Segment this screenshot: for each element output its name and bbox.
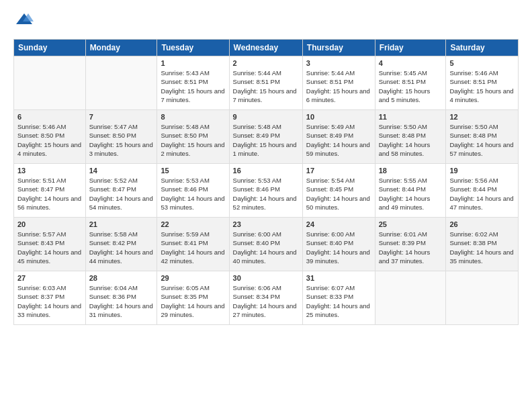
day-info: Sunrise: 5:48 AM Sunset: 8:50 PM Dayligh… <box>161 122 225 158</box>
day-number: 24 <box>306 220 371 228</box>
calendar-week-row: 20Sunrise: 5:57 AM Sunset: 8:43 PM Dayli… <box>14 218 519 271</box>
day-info: Sunrise: 5:53 AM Sunset: 8:46 PM Dayligh… <box>161 176 225 212</box>
calendar-cell: 12Sunrise: 5:50 AM Sunset: 8:48 PM Dayli… <box>446 110 519 164</box>
day-info: Sunrise: 5:54 AM Sunset: 8:45 PM Dayligh… <box>306 176 371 212</box>
day-number: 13 <box>17 167 82 175</box>
day-number: 28 <box>89 274 154 282</box>
calendar-cell: 19Sunrise: 5:56 AM Sunset: 8:44 PM Dayli… <box>446 164 519 218</box>
calendar-cell <box>375 271 446 325</box>
day-info: Sunrise: 5:56 AM Sunset: 8:44 PM Dayligh… <box>449 176 515 212</box>
day-info: Sunrise: 6:06 AM Sunset: 8:34 PM Dayligh… <box>233 283 299 319</box>
day-number: 22 <box>161 220 225 228</box>
day-info: Sunrise: 6:05 AM Sunset: 8:35 PM Dayligh… <box>161 283 225 319</box>
day-number: 8 <box>161 113 225 121</box>
day-number: 16 <box>233 167 299 175</box>
day-info: Sunrise: 5:46 AM Sunset: 8:50 PM Dayligh… <box>17 122 82 158</box>
day-info: Sunrise: 5:57 AM Sunset: 8:43 PM Dayligh… <box>17 230 82 265</box>
day-number: 27 <box>17 274 82 282</box>
calendar-cell: 15Sunrise: 5:53 AM Sunset: 8:46 PM Dayli… <box>157 164 229 218</box>
day-info: Sunrise: 5:45 AM Sunset: 8:51 PM Dayligh… <box>379 68 443 104</box>
day-number: 3 <box>306 59 371 67</box>
day-info: Sunrise: 5:44 AM Sunset: 8:51 PM Dayligh… <box>306 68 371 104</box>
day-number: 31 <box>306 274 371 282</box>
day-info: Sunrise: 5:49 AM Sunset: 8:49 PM Dayligh… <box>306 122 371 158</box>
calendar-header-tuesday: Tuesday <box>157 40 229 56</box>
day-info: Sunrise: 6:07 AM Sunset: 8:33 PM Dayligh… <box>306 283 371 319</box>
day-number: 7 <box>89 113 154 121</box>
day-info: Sunrise: 5:50 AM Sunset: 8:48 PM Dayligh… <box>449 122 515 158</box>
calendar-cell: 16Sunrise: 5:53 AM Sunset: 8:46 PM Dayli… <box>229 164 302 218</box>
day-number: 10 <box>306 113 371 121</box>
day-info: Sunrise: 5:53 AM Sunset: 8:46 PM Dayligh… <box>233 176 299 212</box>
day-number: 20 <box>17 220 82 228</box>
day-info: Sunrise: 5:50 AM Sunset: 8:48 PM Dayligh… <box>379 122 443 158</box>
day-number: 25 <box>379 220 443 228</box>
calendar-week-row: 1Sunrise: 5:43 AM Sunset: 8:51 PM Daylig… <box>14 56 519 110</box>
calendar-cell: 2Sunrise: 5:44 AM Sunset: 8:51 PM Daylig… <box>229 56 302 110</box>
day-number: 30 <box>233 274 299 282</box>
calendar-header-sunday: Sunday <box>14 40 86 56</box>
day-number: 4 <box>379 59 443 67</box>
calendar-cell: 30Sunrise: 6:06 AM Sunset: 8:34 PM Dayli… <box>229 271 302 325</box>
calendar-cell: 1Sunrise: 5:43 AM Sunset: 8:51 PM Daylig… <box>157 56 229 110</box>
day-number: 21 <box>89 220 154 228</box>
day-number: 5 <box>449 59 515 67</box>
calendar-cell: 4Sunrise: 5:45 AM Sunset: 8:51 PM Daylig… <box>375 56 446 110</box>
day-number: 29 <box>161 274 225 282</box>
day-info: Sunrise: 6:01 AM Sunset: 8:39 PM Dayligh… <box>379 230 443 265</box>
logo-icon <box>13 11 35 32</box>
day-number: 23 <box>233 220 299 228</box>
day-info: Sunrise: 6:00 AM Sunset: 8:40 PM Dayligh… <box>306 230 371 265</box>
calendar-cell: 17Sunrise: 5:54 AM Sunset: 8:45 PM Dayli… <box>302 164 375 218</box>
day-number: 6 <box>17 113 82 121</box>
day-info: Sunrise: 5:52 AM Sunset: 8:47 PM Dayligh… <box>89 176 154 212</box>
calendar-cell: 6Sunrise: 5:46 AM Sunset: 8:50 PM Daylig… <box>14 110 86 164</box>
day-number: 2 <box>233 59 299 67</box>
calendar-cell: 18Sunrise: 5:55 AM Sunset: 8:44 PM Dayli… <box>375 164 446 218</box>
calendar-cell: 11Sunrise: 5:50 AM Sunset: 8:48 PM Dayli… <box>375 110 446 164</box>
day-info: Sunrise: 6:04 AM Sunset: 8:36 PM Dayligh… <box>89 283 154 319</box>
calendar-header-row: SundayMondayTuesdayWednesdayThursdayFrid… <box>14 40 519 56</box>
calendar-cell: 9Sunrise: 5:48 AM Sunset: 8:49 PM Daylig… <box>229 110 302 164</box>
calendar-cell: 10Sunrise: 5:49 AM Sunset: 8:49 PM Dayli… <box>302 110 375 164</box>
calendar-week-row: 6Sunrise: 5:46 AM Sunset: 8:50 PM Daylig… <box>14 110 519 164</box>
day-info: Sunrise: 5:59 AM Sunset: 8:41 PM Dayligh… <box>161 230 225 265</box>
calendar-cell: 13Sunrise: 5:51 AM Sunset: 8:47 PM Dayli… <box>14 164 86 218</box>
day-number: 9 <box>233 113 299 121</box>
calendar-cell: 3Sunrise: 5:44 AM Sunset: 8:51 PM Daylig… <box>302 56 375 110</box>
logo <box>13 11 39 32</box>
day-number: 1 <box>161 59 225 67</box>
calendar-cell: 20Sunrise: 5:57 AM Sunset: 8:43 PM Dayli… <box>14 218 86 271</box>
day-info: Sunrise: 5:58 AM Sunset: 8:42 PM Dayligh… <box>89 230 154 265</box>
calendar-cell: 27Sunrise: 6:03 AM Sunset: 8:37 PM Dayli… <box>14 271 86 325</box>
calendar-header-friday: Friday <box>375 40 446 56</box>
day-number: 17 <box>306 167 371 175</box>
day-info: Sunrise: 5:55 AM Sunset: 8:44 PM Dayligh… <box>379 176 443 212</box>
calendar-week-row: 13Sunrise: 5:51 AM Sunset: 8:47 PM Dayli… <box>14 164 519 218</box>
calendar-cell: 5Sunrise: 5:46 AM Sunset: 8:51 PM Daylig… <box>446 56 519 110</box>
calendar-header-monday: Monday <box>85 40 157 56</box>
calendar-week-row: 27Sunrise: 6:03 AM Sunset: 8:37 PM Dayli… <box>14 271 519 325</box>
calendar-header-saturday: Saturday <box>446 40 519 56</box>
day-info: Sunrise: 5:44 AM Sunset: 8:51 PM Dayligh… <box>233 68 299 104</box>
day-info: Sunrise: 5:47 AM Sunset: 8:50 PM Dayligh… <box>89 122 154 158</box>
calendar-cell <box>446 271 519 325</box>
day-number: 19 <box>449 167 515 175</box>
day-number: 11 <box>379 113 443 121</box>
day-info: Sunrise: 5:43 AM Sunset: 8:51 PM Dayligh… <box>161 68 225 104</box>
day-number: 14 <box>89 167 154 175</box>
calendar-cell: 14Sunrise: 5:52 AM Sunset: 8:47 PM Dayli… <box>85 164 157 218</box>
calendar-cell: 29Sunrise: 6:05 AM Sunset: 8:35 PM Dayli… <box>157 271 229 325</box>
day-number: 26 <box>449 220 515 228</box>
calendar-cell: 7Sunrise: 5:47 AM Sunset: 8:50 PM Daylig… <box>85 110 157 164</box>
calendar-cell: 8Sunrise: 5:48 AM Sunset: 8:50 PM Daylig… <box>157 110 229 164</box>
page: SundayMondayTuesdayWednesdayThursdayFrid… <box>0 0 532 411</box>
calendar-cell <box>85 56 157 110</box>
day-number: 15 <box>161 167 225 175</box>
day-number: 12 <box>449 113 515 121</box>
calendar-header-wednesday: Wednesday <box>229 40 302 56</box>
day-info: Sunrise: 6:02 AM Sunset: 8:38 PM Dayligh… <box>449 230 515 265</box>
day-info: Sunrise: 6:00 AM Sunset: 8:40 PM Dayligh… <box>233 230 299 265</box>
calendar-cell: 28Sunrise: 6:04 AM Sunset: 8:36 PM Dayli… <box>85 271 157 325</box>
calendar-cell: 31Sunrise: 6:07 AM Sunset: 8:33 PM Dayli… <box>302 271 375 325</box>
